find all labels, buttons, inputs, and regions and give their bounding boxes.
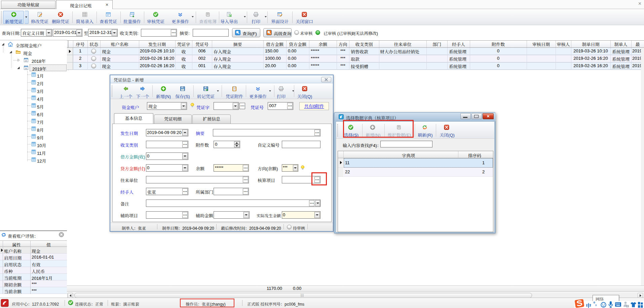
svg-text:2: 2 bbox=[627, 305, 628, 307]
svg-text:21: 21 bbox=[25, 68, 27, 70]
svg-text:21: 21 bbox=[25, 60, 27, 62]
